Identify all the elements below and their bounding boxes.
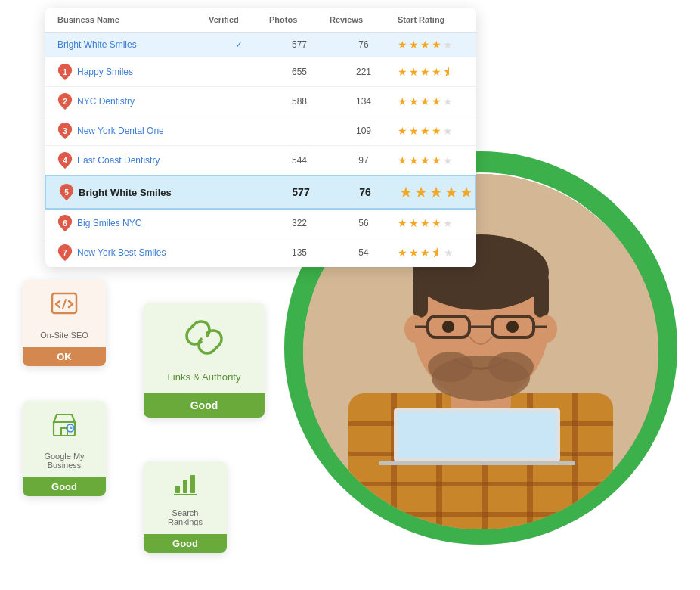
table-row[interactable]: 1 Happy Smiles 655 221 ★★★★⯨	[45, 57, 476, 87]
business-name-text: Bright White Smiles	[57, 39, 137, 50]
google-business-card: Google My Business Good	[23, 401, 106, 496]
onsite-seo-status: OK	[23, 347, 106, 366]
svg-point-26	[428, 352, 473, 382]
svg-rect-37	[190, 475, 195, 493]
business-table-card: Business Name Verified Photos Reviews St…	[45, 8, 476, 267]
stars-cell: ★★★★★	[398, 95, 476, 107]
links-authority-label: Links & Authority	[168, 371, 241, 383]
table-row[interactable]: 6 Big Smiles NYC 322 56 ★★★★★	[45, 209, 476, 238]
photos-cell: 544	[269, 155, 330, 166]
svg-rect-14	[413, 272, 428, 318]
business-name-text: Happy Smiles	[77, 67, 133, 77]
google-business-card-body: Google My Business	[23, 401, 106, 477]
table-row[interactable]: 2 NYC Dentistry 588 134 ★★★★★	[45, 87, 476, 116]
table-row[interactable]: 7 New York Best Smiles 135 54 ★★★⯨★	[45, 238, 476, 267]
stars-cell: ★★★★⯨	[398, 66, 476, 78]
table-row-selected[interactable]: 5 Bright White Smiles 577 76 ★★★★★	[45, 175, 476, 210]
rank-badge: 7	[57, 244, 73, 261]
business-name-text: New York Best Smiles	[77, 247, 166, 258]
google-business-label: Google My Business	[35, 452, 94, 470]
business-name-cell: 5 Bright White Smiles	[59, 184, 210, 200]
table-row[interactable]: 4 East Coast Dentistry 544 97 ★★★★★	[45, 146, 476, 175]
business-name-cell: 6 Big Smiles NYC	[57, 215, 209, 231]
svg-rect-15	[534, 272, 549, 318]
rank-badge: 6	[57, 215, 73, 231]
business-name-cell: Bright White Smiles	[57, 39, 209, 50]
business-name-cell: 1 Happy Smiles	[57, 64, 209, 80]
stars-cell: ★★★★★	[398, 154, 476, 166]
verified-cell: ✓	[209, 39, 269, 50]
svg-rect-35	[175, 486, 180, 493]
svg-point-21	[442, 321, 454, 333]
rank-badge: 3	[57, 123, 73, 139]
business-name-text: East Coast Dentistry	[77, 155, 160, 166]
business-name-cell: 2 NYC Dentistry	[57, 93, 209, 110]
store-icon	[51, 411, 78, 444]
photos-cell: 655	[269, 67, 330, 77]
col-verified: Verified	[209, 15, 269, 24]
onsite-seo-card: On-Site SEO OK	[23, 280, 106, 366]
onsite-seo-card-body: On-Site SEO	[23, 280, 106, 347]
rank-badge: 4	[57, 152, 73, 169]
reviews-cell: 54	[330, 247, 398, 258]
rank-badge: 2	[57, 93, 73, 110]
google-business-status: Good	[23, 477, 106, 496]
links-authority-card-body: Links & Authority	[144, 303, 265, 393]
links-authority-card: Links & Authority Good	[144, 303, 265, 418]
svg-point-17	[536, 315, 557, 343]
code-icon	[51, 290, 78, 323]
table-row[interactable]: 3 New York Dental One 109 ★★★★★	[45, 116, 476, 146]
search-rankings-card-body: Search Rankings	[144, 461, 227, 534]
business-name-text: Bright White Smiles	[79, 187, 172, 198]
business-name-cell: 7 New York Best Smiles	[57, 244, 209, 261]
search-rankings-label: Search Rankings	[156, 508, 215, 526]
reviews-cell: 109	[330, 126, 398, 136]
stars-cell: ★★★★★	[399, 183, 476, 201]
reviews-cell: 76	[330, 39, 398, 50]
stars-cell: ★★★⯨★	[398, 247, 476, 259]
links-authority-status: Good	[144, 393, 265, 418]
col-start-rating: Start Rating	[398, 15, 476, 24]
photos-cell: 135	[269, 247, 330, 258]
reviews-cell: 134	[330, 96, 398, 107]
photos-cell: 577	[271, 186, 331, 198]
stars-cell: ★★★★★	[398, 39, 476, 51]
business-name-cell: 4 East Coast Dentistry	[57, 152, 209, 169]
onsite-seo-label: On-Site SEO	[40, 331, 88, 340]
business-name-cell: 3 New York Dental One	[57, 123, 209, 139]
svg-point-22	[506, 321, 519, 333]
stars-cell: ★★★★★	[398, 125, 476, 137]
chart-icon	[173, 472, 197, 501]
search-rankings-status: Good	[144, 534, 227, 553]
col-reviews: Reviews	[330, 15, 398, 24]
reviews-cell: 56	[330, 218, 398, 228]
search-rankings-card: Search Rankings Good	[144, 461, 227, 553]
reviews-cell: 76	[331, 186, 399, 198]
svg-rect-28	[379, 461, 575, 465]
table-row[interactable]: Bright White Smiles ✓ 577 76 ★★★★★	[45, 33, 476, 57]
svg-rect-36	[183, 480, 187, 493]
svg-point-27	[488, 352, 534, 382]
col-photos: Photos	[269, 15, 330, 24]
stars-cell: ★★★★★	[398, 217, 476, 229]
rank-badge: 1	[57, 64, 73, 80]
photos-cell: 322	[269, 218, 330, 228]
table-header: Business Name Verified Photos Reviews St…	[45, 8, 476, 33]
svg-rect-30	[398, 412, 556, 458]
photos-cell: 577	[269, 39, 330, 50]
svg-point-16	[404, 315, 426, 343]
photos-cell: 588	[269, 96, 330, 107]
reviews-cell: 97	[330, 155, 398, 166]
business-name-text: NYC Dentistry	[77, 96, 135, 107]
col-business-name: Business Name	[57, 15, 209, 24]
link-icon	[184, 318, 224, 364]
business-name-text: New York Dental One	[77, 126, 164, 136]
rank-badge: 5	[59, 184, 74, 200]
reviews-cell: 221	[330, 67, 398, 77]
svg-line-32	[63, 300, 66, 309]
business-name-text: Big Smiles NYC	[77, 218, 141, 228]
